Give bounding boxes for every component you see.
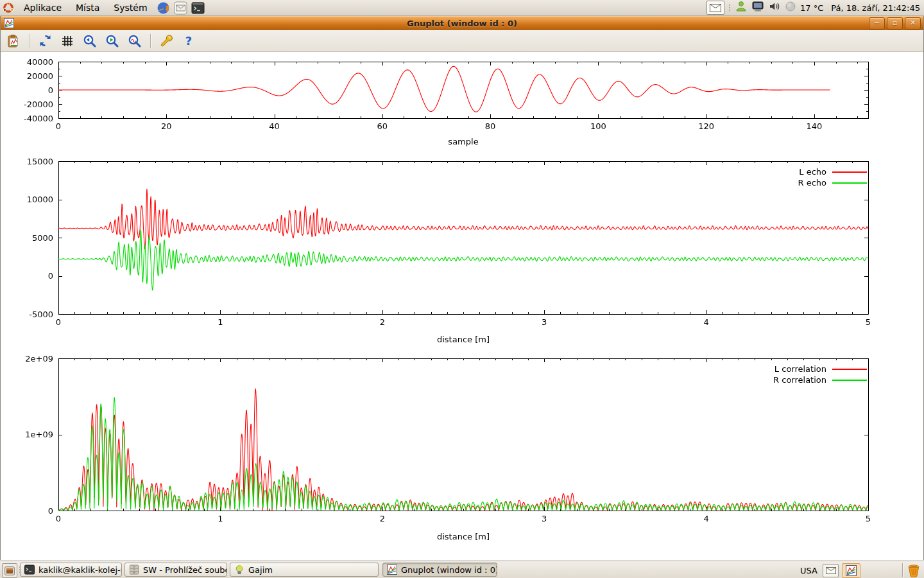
maximize-button[interactable]: ▫ [887, 17, 903, 30]
taskbar-separator [902, 563, 903, 577]
plot-surface: sample distance [m] distance [m] L echo … [1, 52, 923, 560]
legend-line-sample [832, 369, 867, 370]
gnuplot-window-icon [4, 18, 14, 28]
taskbar-window-file-manager[interactable]: SW - Prohlížeč souborů [124, 563, 227, 577]
copy-to-clipboard-button[interactable] [5, 33, 22, 49]
gnome-top-panel: Aplikace Místa Systém [0, 0, 924, 16]
temperature-label[interactable]: 17 °C [800, 3, 823, 13]
menu-system[interactable]: Systém [107, 0, 154, 15]
replot-button[interactable] [37, 33, 53, 49]
desktop-icon [4, 566, 15, 575]
taskbar-window-label: Gajim [248, 565, 273, 575]
tray-mail-icon[interactable] [823, 564, 839, 577]
legend-label: L correlation [774, 364, 826, 374]
next-zoom-button[interactable] [104, 33, 121, 49]
firefox-icon[interactable] [157, 1, 170, 15]
window-title: Gnuplot (window id : 0) [1, 19, 923, 28]
zoom-previous-icon [83, 34, 97, 48]
weather-icon[interactable] [785, 1, 796, 15]
mail-client-icon[interactable] [174, 1, 187, 15]
gnuplot-toolbar: ? [1, 30, 923, 52]
keyboard-layout-indicator[interactable]: USA [800, 566, 817, 575]
taskbar-window-label: kaklik@kaklik-kolej-u... [38, 565, 122, 575]
volume-icon[interactable] [768, 0, 781, 15]
echo-legend: L echo R echo [798, 166, 867, 188]
refresh-icon [38, 34, 52, 48]
clock-label[interactable]: Pá, 18. září, 21:42:45 [831, 3, 920, 13]
toolbar-separator [150, 34, 151, 48]
terminal-launcher-icon[interactable] [191, 1, 205, 15]
window-controls: − ▫ ✕ [869, 17, 923, 30]
legend-label: R correlation [773, 375, 826, 385]
taskbar-window-gajim[interactable]: Gajim [230, 563, 379, 577]
menu-mista[interactable]: Místa [69, 0, 107, 15]
panel-left: Aplikace Místa Systém [0, 0, 207, 15]
taskbar-window-label: Gnuplot (window id : 0) [401, 565, 497, 575]
chart3-xlabel: distance [m] [58, 532, 868, 541]
taskbar-window-terminal[interactable]: kaklik@kaklik-kolej-u... [20, 563, 122, 577]
chart2-xlabel: distance [m] [58, 335, 868, 344]
bottom-taskbar: kaklik@kaklik-kolej-u... SW - Prohlížeč … [0, 561, 924, 578]
legend-row: R correlation [773, 374, 867, 385]
user-switcher-icon[interactable] [735, 0, 748, 15]
correlation-legend: L correlation R correlation [773, 363, 867, 385]
legend-row: L echo [798, 166, 867, 177]
legend-label: L echo [799, 167, 826, 177]
legend-line-sample [832, 182, 867, 184]
legend-row: L correlation [773, 363, 867, 374]
legend-row: R echo [798, 177, 867, 188]
zoom-icon [128, 34, 142, 48]
tray-gnuplot-icon[interactable] [842, 563, 860, 578]
minimize-button[interactable]: − [869, 17, 885, 30]
zoom-next-icon [105, 34, 119, 48]
grid-icon [61, 35, 74, 48]
zoom-button[interactable] [126, 33, 143, 49]
trash-icon[interactable] [906, 563, 921, 578]
gnuplot-canvas[interactable] [1, 52, 924, 560]
display-icon[interactable] [751, 0, 764, 15]
applet-handle[interactable] [728, 4, 731, 11]
legend-label: R echo [798, 178, 826, 188]
taskbar-window-label: SW - Prohlížeč souborů [143, 565, 227, 575]
gajim-icon [234, 565, 244, 575]
wrench-icon [159, 34, 173, 48]
mail-notification-icon[interactable] [706, 1, 724, 15]
gnuplot-icon [387, 565, 397, 575]
help-icon: ? [185, 34, 192, 48]
desktop: Aplikace Místa Systém [0, 0, 924, 578]
legend-line-sample [832, 171, 867, 173]
menu-aplikace[interactable]: Aplikace [17, 0, 69, 15]
titlebar[interactable]: Gnuplot (window id : 0) − ▫ ✕ [1, 16, 923, 30]
legend-line-sample [832, 380, 867, 381]
chart1-xlabel: sample [58, 137, 868, 146]
help-button[interactable]: ? [180, 33, 197, 49]
gnuplot-window: Gnuplot (window id : 0) − ▫ ✕ [0, 16, 924, 560]
taskbar-right: USA [800, 563, 860, 578]
close-button[interactable]: ✕ [905, 17, 921, 30]
panel-right: 17 °C Pá, 18. září, 21:42:45 [706, 0, 924, 15]
clipboard-icon [6, 34, 21, 48]
settings-button[interactable] [158, 33, 175, 49]
previous-zoom-button[interactable] [81, 33, 98, 49]
file-manager-icon [129, 565, 139, 575]
terminal-icon [24, 565, 35, 575]
taskbar-window-gnuplot[interactable]: Gnuplot (window id : 0) [382, 563, 497, 577]
toggle-grid-button[interactable] [59, 33, 76, 49]
show-desktop-button[interactable] [2, 563, 17, 578]
ubuntu-logo-icon[interactable] [3, 2, 14, 13]
toolbar-separator [29, 34, 30, 48]
